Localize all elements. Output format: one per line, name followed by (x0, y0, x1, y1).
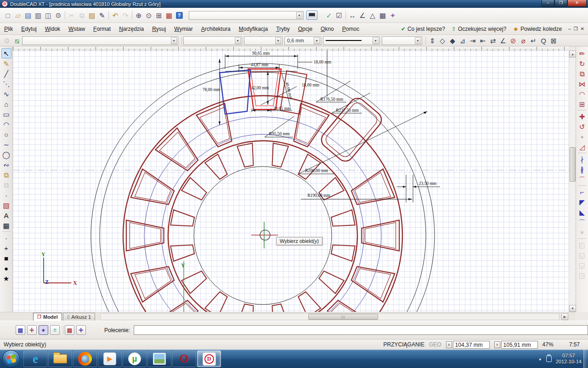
point-square-button[interactable]: ■ (1, 253, 11, 263)
vertical-scroll-thumb[interactable] (570, 147, 576, 182)
vertical-scrollbar[interactable]: ▲ ▼ (569, 51, 576, 312)
menu-rysuj[interactable]: Rysuj (148, 24, 170, 34)
mirror-button[interactable]: ⋈ (577, 79, 587, 89)
tray-expand-icon[interactable]: ▲ (538, 357, 542, 361)
drawing-canvas[interactable]: 90,65 mm44,87 mm18,00 mm78,00 mm42,00 mm… (13, 51, 569, 312)
tab-model[interactable]: ❒ Model (33, 313, 62, 321)
paste-button[interactable]: ▨ (87, 10, 97, 20)
horizontal-scroll-thumb[interactable]: ||| (308, 314, 378, 320)
utorrent-taskbar-button[interactable]: µ (123, 351, 147, 367)
arc-edit-button[interactable]: ⌒ (577, 174, 587, 184)
field-check-button[interactable]: ☑ (334, 10, 344, 20)
chamfer-button[interactable]: ⌐ (577, 187, 587, 197)
angle-measure-button[interactable]: ∠ (357, 10, 368, 20)
point-star-button[interactable]: ★ (1, 273, 11, 283)
windows-explorer-taskbar-button[interactable] (48, 351, 72, 367)
help-button[interactable]: ? (174, 10, 184, 20)
hatch-grid-button[interactable]: ▦ (378, 10, 388, 20)
clean-wand-button[interactable]: ✦ (388, 10, 398, 20)
diameter-dimension-button[interactable]: ⌀ (518, 35, 528, 46)
coord-absolute-button[interactable]: ✛ (27, 325, 37, 335)
linetype-combo[interactable]: ▼ (244, 36, 283, 45)
horizontal-scrollbar[interactable]: ||| (100, 313, 560, 320)
child-close-button[interactable]: ✕ (581, 26, 584, 31)
print-button[interactable]: ▥ (33, 10, 43, 20)
snap-modes-button[interactable]: ✛ (76, 325, 86, 335)
menu-wymiar[interactable]: Wymiar (170, 24, 197, 34)
quick-dimension-button[interactable]: Q (538, 35, 548, 46)
firefox-taskbar-button[interactable] (73, 351, 97, 367)
hatch-button[interactable]: ▨ (1, 200, 11, 210)
menu-plik[interactable]: Plik (0, 24, 17, 34)
copy-stamp-button[interactable]: ⧉ (1, 170, 11, 180)
format-brush-button[interactable]: ✎ (97, 10, 107, 20)
snap-toggle[interactable]: PRZYCIĄGANIE (384, 341, 424, 348)
opera-taskbar-button[interactable]: O (172, 351, 196, 367)
color-combo[interactable]: ▼ (323, 36, 380, 45)
copy-rotate-button[interactable]: ↻ (577, 58, 587, 69)
settings-button[interactable]: ⚙ (53, 10, 63, 20)
new-file-button[interactable]: □ (3, 10, 13, 20)
datum-dimension-button[interactable]: ⊿ (458, 35, 468, 46)
radius-dimension-button[interactable]: ⊘ (508, 35, 518, 46)
edit-dimension-button[interactable]: ⊠ (548, 35, 559, 46)
restore-button[interactable]: ❐ (554, 0, 567, 7)
style-combo[interactable]: ▼ (183, 36, 242, 45)
menu-okno[interactable]: Okno (317, 24, 338, 34)
rotated-dimension-button[interactable]: ◆ (447, 35, 458, 46)
child-restore-button[interactable]: ❐ (574, 26, 578, 31)
x-coordinate-value[interactable]: 104,37 mm (453, 341, 490, 349)
coord-polar-button[interactable]: = (50, 325, 60, 335)
spell-check-button[interactable]: ✓ (324, 10, 334, 20)
tab-arkusz-1[interactable]: ▯ Arkusz 1 (63, 313, 95, 321)
doublecad-taskbar-button[interactable]: D (197, 351, 221, 367)
menu-edytuj[interactable]: Edytuj (17, 24, 40, 34)
chamfer-angle-button[interactable]: ◤ (577, 197, 587, 207)
minimize-button[interactable]: – (542, 0, 554, 7)
scale-button[interactable]: ◿ (577, 142, 587, 152)
search-combo[interactable]: ▼ (189, 11, 304, 20)
copy-objects-button[interactable]: ⧉ (577, 69, 587, 79)
save-file-button[interactable]: ▤ (23, 10, 33, 20)
print-preview-button[interactable]: ◫ (43, 10, 53, 20)
offset-button[interactable]: ◠ (577, 89, 587, 99)
menu-opcje[interactable]: Opcje (294, 24, 317, 34)
internet-explorer-taskbar-button[interactable]: e (23, 351, 47, 367)
menu-tryby[interactable]: Tryby (272, 24, 294, 34)
layers-button[interactable]: ⧅ (12, 35, 22, 46)
design-director-button[interactable]: ⊞ (154, 10, 164, 20)
text-button[interactable]: A (1, 210, 11, 220)
table-button[interactable]: ▦ (1, 220, 11, 230)
scroll-up-button[interactable]: ▲ (569, 51, 576, 58)
array-button[interactable]: ⊞ (577, 99, 587, 109)
taskbar-clock[interactable]: 07:57 2012-10-14 (556, 353, 582, 365)
spline-button[interactable]: ∼ (1, 139, 11, 150)
script-log-button[interactable]: ▤ (16, 325, 25, 335)
menu-modyfikacja[interactable]: Modyfikacja (235, 24, 272, 34)
geo-toggle[interactable]: GEO (429, 341, 441, 348)
ellipse-button[interactable]: ◯ (1, 150, 11, 160)
pen-width-combo[interactable]: 0,6 mm▼ (284, 36, 321, 45)
zoom-in-button[interactable]: ⊕ (134, 10, 144, 20)
start-taskbar-button[interactable] (1, 350, 21, 368)
command-history-button[interactable]: ▤ (65, 325, 74, 335)
menu-pomoc[interactable]: Pomoc (338, 24, 363, 34)
photo-viewer-taskbar-button[interactable] (147, 351, 171, 367)
show-desktop-button[interactable] (583, 350, 588, 368)
rotate-button[interactable]: ↺ (577, 121, 587, 132)
move-points-button[interactable]: ↔ (347, 10, 357, 20)
rectangle-button[interactable]: ▭ (1, 109, 11, 119)
scroll-down-button[interactable]: ▼ (569, 305, 576, 312)
baseline-dimension-button[interactable]: ⇥ (468, 35, 478, 46)
scroll-right-button[interactable]: ▶ (561, 313, 568, 320)
pattern-combo[interactable]: ▼ (382, 36, 422, 45)
y-coordinate-value[interactable]: 105,91 mm (501, 341, 538, 349)
fillet-button[interactable]: ⌒ (577, 217, 587, 227)
polygon-button[interactable]: ⌂ (1, 99, 11, 109)
power-plug-icon[interactable] (546, 356, 552, 362)
angular-dimension-button[interactable]: ∠ (498, 35, 508, 46)
parallel-dimension-button[interactable]: ◇ (437, 35, 447, 46)
sketch-button[interactable]: ✎ (1, 58, 11, 69)
area-measure-button[interactable]: △ (368, 10, 378, 20)
circle-button[interactable]: ○ (1, 129, 11, 139)
